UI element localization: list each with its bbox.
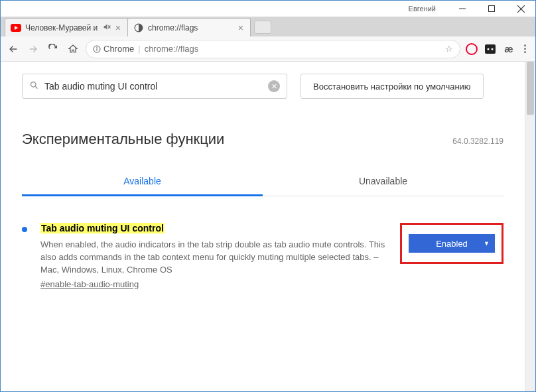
flag-title: Tab audio muting UI control bbox=[40, 223, 165, 233]
window-titlebar: Евгений bbox=[1, 1, 535, 17]
svg-point-13 bbox=[96, 46, 97, 47]
svg-point-17 bbox=[31, 82, 36, 88]
extension-icon[interactable]: æ bbox=[503, 43, 515, 55]
youtube-icon bbox=[11, 23, 21, 33]
clear-search-icon[interactable]: ✕ bbox=[268, 80, 280, 92]
flag-description: When enabled, the audio indicators in th… bbox=[40, 239, 387, 277]
omnibox-separator: | bbox=[138, 44, 140, 54]
tab-strip: Человек-Муравей и × chrome://flags × bbox=[1, 17, 535, 36]
svg-point-16 bbox=[492, 48, 494, 50]
tab-unavailable[interactable]: Unavailable bbox=[263, 166, 503, 196]
page-title: Экспериментальные функции bbox=[22, 131, 224, 148]
profile-name[interactable]: Евгений bbox=[409, 5, 436, 13]
browser-tab[interactable]: chrome://flags × bbox=[127, 18, 251, 36]
tab-title: chrome://flags bbox=[148, 23, 237, 33]
browser-window: Евгений Человек-Муравей и × chrome:// bbox=[0, 0, 536, 392]
tab-available[interactable]: Available bbox=[22, 166, 263, 196]
back-button[interactable] bbox=[6, 42, 21, 56]
svg-rect-1 bbox=[489, 6, 495, 12]
tab-mute-icon[interactable] bbox=[103, 23, 111, 33]
tab-close-icon[interactable]: × bbox=[114, 23, 122, 33]
opera-extension-icon[interactable] bbox=[466, 43, 478, 55]
flags-icon bbox=[133, 23, 144, 33]
flags-page-content: Tab audio muting UI control ✕ Восстанови… bbox=[1, 62, 525, 391]
new-tab-button[interactable] bbox=[254, 21, 271, 34]
flag-state-select[interactable]: Enabled ▼ bbox=[409, 234, 495, 253]
svg-point-9 bbox=[137, 26, 138, 27]
tab-close-icon[interactable]: × bbox=[237, 23, 245, 33]
svg-rect-14 bbox=[485, 44, 496, 54]
scroll-thumb[interactable] bbox=[527, 62, 534, 115]
bookmark-star-icon[interactable]: ☆ bbox=[445, 44, 453, 54]
flags-tabs: Available Unavailable bbox=[22, 166, 503, 196]
flag-bullet-icon bbox=[22, 227, 27, 232]
secure-label: Chrome bbox=[103, 44, 134, 54]
reset-all-button[interactable]: Восстановить настройки по умолчанию bbox=[301, 74, 484, 99]
chevron-down-icon: ▼ bbox=[484, 240, 490, 247]
flag-action-highlight: Enabled ▼ bbox=[400, 223, 503, 264]
search-icon bbox=[29, 80, 39, 92]
svg-point-15 bbox=[488, 48, 490, 50]
minimize-button[interactable] bbox=[448, 1, 477, 17]
svg-point-10 bbox=[139, 28, 141, 29]
home-button[interactable] bbox=[66, 42, 80, 56]
browser-toolbar: Chrome | chrome://flags ☆ æ bbox=[1, 36, 535, 62]
flags-search-box[interactable]: Tab audio muting UI control ✕ bbox=[22, 74, 287, 99]
reload-button[interactable] bbox=[46, 42, 60, 56]
svg-line-18 bbox=[35, 86, 37, 88]
maximize-button[interactable] bbox=[477, 1, 506, 17]
flag-row: Tab audio muting UI control When enabled… bbox=[1, 196, 525, 302]
url-text: chrome://flags bbox=[145, 44, 199, 54]
extension-icons: æ bbox=[466, 43, 515, 55]
site-info-button[interactable]: Chrome bbox=[93, 44, 134, 54]
address-bar[interactable]: Chrome | chrome://flags ☆ bbox=[86, 40, 460, 58]
flag-permalink[interactable]: #enable-tab-audio-muting bbox=[40, 279, 139, 289]
forward-button[interactable] bbox=[26, 42, 40, 56]
browser-menu-button[interactable] bbox=[520, 44, 530, 53]
chrome-version: 64.0.3282.119 bbox=[452, 137, 503, 146]
browser-tab[interactable]: Человек-Муравей и × bbox=[5, 18, 128, 36]
flag-state-label: Enabled bbox=[436, 239, 468, 249]
extension-icon[interactable] bbox=[484, 43, 496, 55]
close-window-button[interactable] bbox=[506, 1, 535, 17]
tab-title: Человек-Муравей и bbox=[25, 23, 100, 33]
vertical-scrollbar[interactable] bbox=[525, 62, 535, 391]
search-query: Tab audio muting UI control bbox=[44, 81, 263, 92]
